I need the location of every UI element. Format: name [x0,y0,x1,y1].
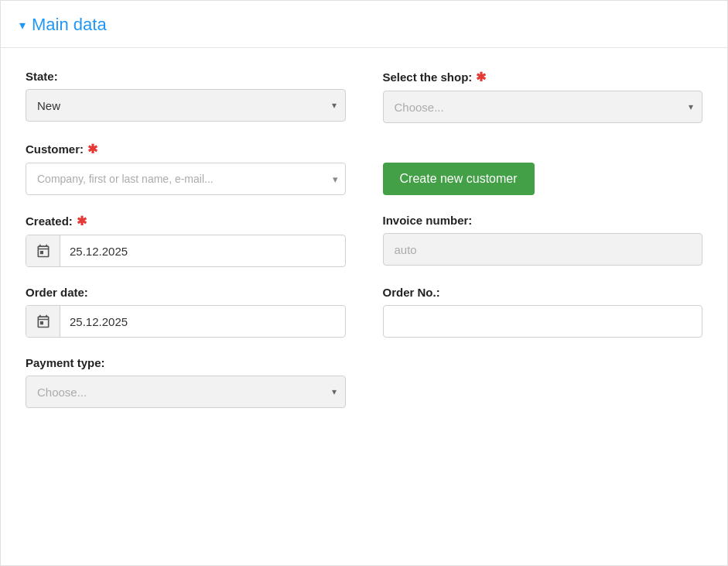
section-header: ▾ Main data [1,1,727,48]
order-date-label: Order date: [26,286,346,299]
row-created-invoice: Created: ✱ Invoice number: [26,214,702,267]
row-order-date-no: Order date: Order No.: [26,286,702,338]
payment-type-select[interactable]: Choose... [26,376,346,408]
customer-label-text: Customer: [26,142,84,156]
created-required-star: ✱ [77,214,87,228]
shop-label: Select the shop: ✱ [383,70,703,84]
created-calendar-icon[interactable] [26,235,60,266]
section-title: Main data [32,15,107,35]
shop-select[interactable]: Choose... [383,91,703,123]
customer-search-input[interactable] [26,163,346,195]
shop-select-wrapper: Choose... ▾ [383,91,703,123]
order-no-input[interactable] [383,305,703,338]
row-state-shop: State: New Open Closed ▾ Select the shop… [26,70,702,123]
invoice-number-label: Invoice number: [383,214,703,227]
col-payment-type: Payment type: Choose... ▾ [26,356,346,408]
created-date-wrapper [26,235,346,267]
order-no-label: Order No.: [383,286,703,299]
col-state: State: New Open Closed ▾ [26,70,346,123]
col-empty [383,356,703,408]
created-label-text: Created: [26,214,73,228]
customer-select-wrapper: ▾ [26,163,346,195]
form-body: State: New Open Closed ▾ Select the shop… [1,48,727,451]
state-select-wrapper: New Open Closed ▾ [26,89,346,122]
shop-required-star: ✱ [476,70,486,84]
col-create-customer: Create new customer [383,163,703,195]
payment-type-label: Payment type: [26,356,346,369]
state-label-text: State: [26,70,58,83]
order-date-wrapper [26,305,346,338]
shop-label-text: Select the shop: [383,70,473,84]
payment-type-select-wrapper: Choose... ▾ [26,376,346,408]
invoice-number-input[interactable] [383,233,703,266]
customer-required-star: ✱ [87,142,97,156]
page-container: ▾ Main data State: New Open Closed ▾ [0,0,728,566]
order-no-label-text: Order No.: [383,286,440,299]
col-shop: Select the shop: ✱ Choose... ▾ [383,70,703,123]
col-created: Created: ✱ [26,214,346,267]
collapse-icon[interactable]: ▾ [19,18,26,33]
invoice-number-label-text: Invoice number: [383,214,473,227]
col-order-date: Order date: [26,286,346,338]
state-select[interactable]: New Open Closed [26,89,346,122]
payment-type-label-text: Payment type: [26,356,105,369]
col-customer: Customer: ✱ ▾ [26,142,346,195]
order-date-label-text: Order date: [26,286,88,299]
created-label: Created: ✱ [26,214,346,228]
row-payment-type: Payment type: Choose... ▾ [26,356,702,408]
col-invoice-number: Invoice number: [383,214,703,267]
created-date-input[interactable] [60,245,345,258]
create-customer-button[interactable]: Create new customer [383,163,535,195]
customer-label: Customer: ✱ [26,142,346,156]
state-label: State: [26,70,346,83]
row-customer: Customer: ✱ ▾ Create new customer [26,142,702,195]
order-date-calendar-icon[interactable] [26,306,60,337]
col-order-no: Order No.: [383,286,703,338]
order-date-input[interactable] [60,315,345,328]
